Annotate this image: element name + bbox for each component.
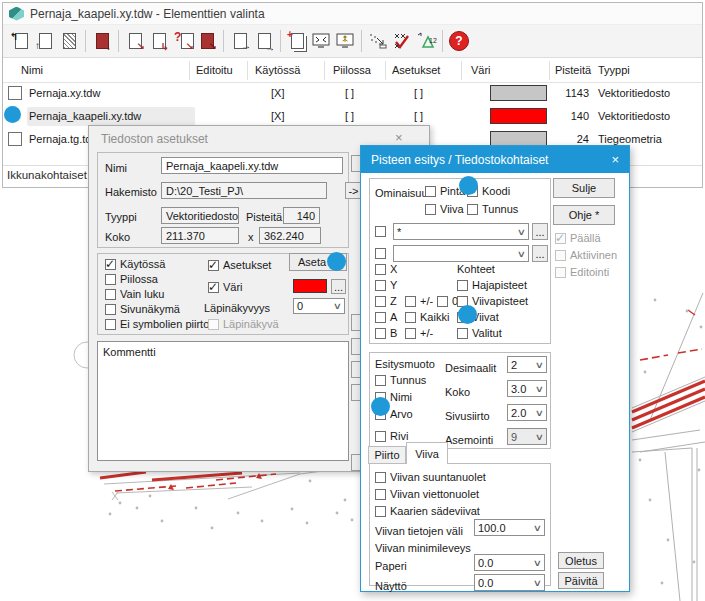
color-swatch[interactable] xyxy=(490,108,547,124)
table-row[interactable]: Pernaja.xy.tdw [X] [ ] [ ] 1143 Vektorit… xyxy=(3,82,702,105)
col-nimi[interactable]: Nimi xyxy=(21,64,43,77)
hakemisto-label: Hakemisto xyxy=(105,186,157,199)
points-export-icon[interactable] xyxy=(366,28,390,54)
close-icon[interactable]: × xyxy=(611,152,619,167)
color-swatch[interactable] xyxy=(490,85,547,101)
filter1-checkbox[interactable] xyxy=(375,226,386,237)
copy-file-icon[interactable]: → xyxy=(228,28,252,54)
open-file-tray-icon[interactable]: ↑ xyxy=(33,28,57,54)
kaikki-checkbox[interactable]: Kaikki xyxy=(405,311,449,323)
transparency-dropdown[interactable]: 0∨ xyxy=(293,298,345,314)
viettonuolet-checkbox[interactable]: Viivan viettonuolet xyxy=(375,488,479,500)
col-piilossa[interactable]: Piilossa xyxy=(333,64,371,77)
save-file-icon[interactable]: ↓ xyxy=(90,28,114,54)
filter2-browse-button[interactable]: ... xyxy=(532,245,548,262)
validate-check-icon[interactable] xyxy=(390,28,414,54)
col-kaytossa[interactable]: Käytössä xyxy=(255,64,300,77)
paperi-dropdown[interactable]: 0.0∨ xyxy=(474,554,545,571)
color-preview[interactable] xyxy=(293,279,327,293)
filter1-browse-button[interactable]: ... xyxy=(532,223,548,240)
col-pisteita[interactable]: Pisteitä xyxy=(555,64,591,77)
piilossa-value[interactable]: [ ] xyxy=(345,87,354,100)
paalla-checkbox: Päällä xyxy=(555,232,601,244)
valitut-checkbox[interactable]: Valitut xyxy=(457,327,502,339)
paivita-button[interactable]: Päivitä xyxy=(558,572,604,589)
row-checkbox[interactable] xyxy=(8,86,22,100)
tunnus-checkbox[interactable]: Tunnus xyxy=(467,203,518,215)
ohje-button[interactable]: Ohje * xyxy=(553,205,615,225)
export-query-icon[interactable]: ?↘ xyxy=(171,28,195,54)
toolbar-separator xyxy=(442,30,443,52)
b-checkbox[interactable]: B xyxy=(375,327,397,339)
b-pm-checkbox[interactable]: +/- xyxy=(405,327,433,339)
koko-label: Koko xyxy=(445,386,470,399)
tunnus2-checkbox[interactable]: Tunnus xyxy=(375,374,426,386)
sadeviivat-checkbox[interactable]: Kaarien sädeviivat xyxy=(375,505,480,517)
open-file-icon[interactable]: ↰ xyxy=(9,28,33,54)
z-pm-checkbox[interactable]: +/- xyxy=(405,295,433,307)
piilossa-checkbox[interactable]: Piilossa xyxy=(105,273,158,285)
rivi-checkbox[interactable]: Rivi xyxy=(375,430,408,442)
z-zero-checkbox[interactable]: 0 xyxy=(437,295,458,307)
suuntanuolet-checkbox[interactable]: Viivan suuntanuolet xyxy=(375,471,486,483)
filter2-checkbox[interactable] xyxy=(375,248,386,259)
naytto-dropdown[interactable]: 0.0∨ xyxy=(474,574,545,591)
col-vari[interactable]: Väri xyxy=(471,64,491,77)
z-checkbox[interactable]: Z xyxy=(375,295,397,307)
filter2-combobox[interactable]: ∨ xyxy=(393,245,529,262)
row-checkbox[interactable] xyxy=(8,132,22,146)
asetukset-checkbox[interactable]: Asetukset xyxy=(208,259,271,271)
section-ikkunakohtaiset[interactable]: Ikkunakohtaiset xyxy=(7,169,87,181)
kaytossa-checkbox[interactable]: Käytössä xyxy=(105,258,165,270)
dialog-titlebar[interactable]: Pisteen esitys / Tiedostokohtaiset × xyxy=(361,146,629,173)
koko-dropdown[interactable]: 3.0∨ xyxy=(507,380,547,397)
col-asetukset[interactable]: Asetukset xyxy=(392,64,440,77)
close-icon[interactable]: × xyxy=(395,130,403,145)
export-file-icon[interactable]: ↘ xyxy=(123,28,147,54)
a-checkbox[interactable]: A xyxy=(375,311,397,323)
toolbar-separator xyxy=(223,30,224,52)
file-name-input[interactable]: Pernaja_kaapeli.xy.tdw xyxy=(161,157,343,174)
asetukset-value[interactable]: [ ] xyxy=(414,87,423,100)
asemointi-dropdown[interactable]: 9∨ xyxy=(507,428,547,445)
col-editoitu[interactable]: Editoitu xyxy=(196,64,233,77)
kaytossa-value[interactable]: [X] xyxy=(271,87,284,100)
vain-luku-checkbox[interactable]: Vain luku xyxy=(105,288,164,300)
vari-checkbox[interactable]: Väri xyxy=(208,281,243,293)
fit-screen-icon[interactable] xyxy=(309,28,333,54)
tab-piirto[interactable]: Piirto xyxy=(368,446,406,464)
new-file-icon[interactable]: + xyxy=(285,28,309,54)
ei-symbolien-checkbox[interactable]: Ei symbolien piirtoa xyxy=(105,318,215,330)
comment-textarea[interactable]: Kommentti xyxy=(97,341,349,461)
sulje-button[interactable]: Sulje xyxy=(553,178,615,198)
screen-view-icon[interactable] xyxy=(333,28,357,54)
hajapisteet-checkbox[interactable]: Hajapisteet xyxy=(457,279,527,291)
sivusiirto-dropdown[interactable]: 2.0∨ xyxy=(507,404,547,421)
directory-field[interactable]: D:\20_Testi_PJ\ xyxy=(161,182,327,199)
oletus-button[interactable]: Oletus xyxy=(558,552,604,569)
col-tyyppi[interactable]: Tyyppi xyxy=(598,64,630,77)
y-checkbox[interactable]: Y xyxy=(375,279,397,291)
color-picker-button[interactable]: ... xyxy=(331,279,346,294)
click-marker xyxy=(371,397,390,416)
viiva-checkbox[interactable]: Viiva xyxy=(425,203,464,215)
filter1-combobox[interactable]: *∨ xyxy=(393,223,529,240)
file-name: Pernaja.xy.tdw xyxy=(29,87,100,100)
export-page-icon[interactable]: ↳ xyxy=(147,28,171,54)
kaytossa-value[interactable]: [X] xyxy=(271,110,284,123)
export-red-icon[interactable]: ↘ xyxy=(195,28,219,54)
sivunakyma-checkbox[interactable]: Sivunäkymä xyxy=(105,303,180,315)
tietojen-vali-dropdown[interactable]: 100.0∨ xyxy=(474,519,545,536)
point-numbers-icon[interactable]: 12 xyxy=(414,28,438,54)
help-icon[interactable]: ? xyxy=(447,28,471,54)
x-checkbox[interactable]: X xyxy=(375,263,397,275)
piilossa-value[interactable]: [ ] xyxy=(345,110,354,123)
asetukset-value[interactable]: [ ] xyxy=(414,110,423,123)
window-titlebar[interactable]: Pernaja_kaapeli.xy.tdw - Elementtien val… xyxy=(3,3,702,25)
sivusiirto-label: Sivusiirto xyxy=(445,410,490,423)
desimaalit-dropdown[interactable]: 2∨ xyxy=(507,356,547,373)
import-hatch-icon[interactable] xyxy=(57,28,81,54)
point-count: 140 xyxy=(555,110,589,123)
tab-viiva[interactable]: Viiva xyxy=(406,442,448,464)
copy-file-alt-icon[interactable]: → xyxy=(252,28,276,54)
